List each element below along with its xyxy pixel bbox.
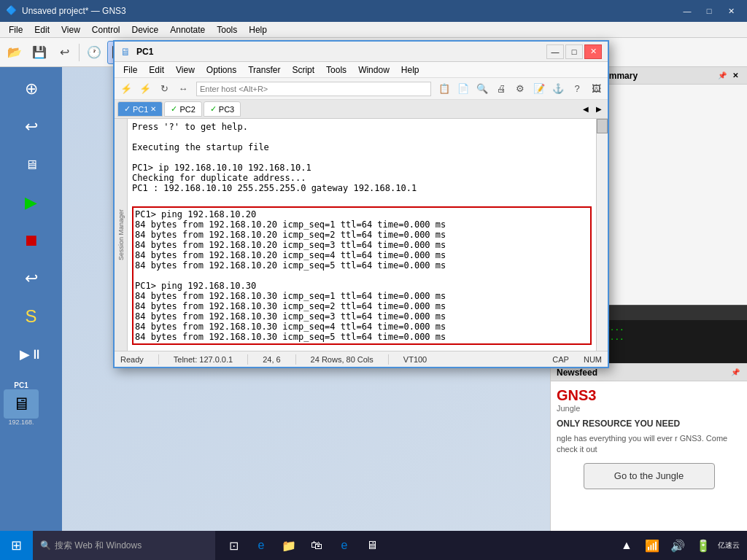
t-tool-image2[interactable]: 🖼	[587, 80, 605, 98]
menu-tools[interactable]: Tools	[211, 23, 243, 36]
tray-battery[interactable]: 🔋	[692, 534, 714, 556]
pc2-tab-label: PC2	[179, 105, 195, 114]
terminal-scrollbar[interactable]	[596, 119, 608, 351]
terminal-menu-view[interactable]: View	[170, 63, 201, 77]
minimize-button[interactable]: —	[677, 4, 697, 18]
session-tab-pc1[interactable]: ✓ PC1 ✕	[117, 101, 163, 117]
t-tool-connect[interactable]: ↔	[174, 80, 192, 98]
newsfeed-content: GNS3 Jungle ONLY RESOURCE YOU NEED ngle …	[551, 381, 747, 531]
sidebar-link[interactable]: ↩	[9, 260, 53, 297]
t-tool-search[interactable]: 🔍	[473, 80, 491, 98]
maximize-button[interactable]: □	[699, 4, 719, 18]
jungle-button[interactable]: Go to the Jungle	[584, 463, 715, 489]
terminal-menu-file[interactable]: File	[117, 63, 143, 77]
tool-undo[interactable]: ↩	[53, 41, 76, 64]
session-tab-pc2[interactable]: ✓ PC2	[164, 101, 201, 117]
terminal-menu-script[interactable]: Script	[286, 63, 320, 77]
t-tool-print[interactable]: 🖨	[492, 80, 510, 98]
t-tool-settings[interactable]: ⚙	[511, 80, 529, 98]
taskbar-edge[interactable]: e	[250, 534, 272, 556]
menu-view[interactable]: View	[55, 23, 86, 36]
terminal-window-controls: — □ ✕	[546, 44, 602, 59]
taskbar-gns3[interactable]: 🖥	[361, 534, 383, 556]
pc1-sidebar-item[interactable]: PC1 🖥 192.168.	[4, 381, 39, 426]
pc3-check-icon: ✓	[210, 104, 217, 114]
close-button[interactable]: ✕	[721, 4, 741, 18]
session-tab-pc3[interactable]: ✓ PC3	[204, 101, 241, 117]
sidebar-snake[interactable]: S	[9, 298, 53, 335]
status-sep1	[158, 354, 159, 365]
terminal-menu: File Edit View Options Transfer Script T…	[115, 62, 608, 78]
tab-nav-next[interactable]: ▶	[593, 104, 605, 115]
ping1-line2: 84 bytes from 192.168.10.20 icmp_seq=2 t…	[135, 230, 589, 240]
terminal-minimize[interactable]: —	[546, 44, 564, 59]
t-tool-log[interactable]: 📝	[530, 80, 548, 98]
back-icon: ↩	[25, 117, 38, 136]
menu-control[interactable]: Control	[86, 23, 126, 36]
menu-file[interactable]: File	[3, 23, 28, 36]
sidebar-expand[interactable]: ▶⏸	[9, 336, 53, 373]
ping2-line5: 84 bytes from 192.168.10.30 icmp_seq=5 t…	[135, 332, 589, 342]
terminal-address-bar[interactable]	[196, 82, 431, 96]
terminal-body: Session Manager Press '?' to get help. E…	[115, 119, 608, 351]
sidebar-select[interactable]: ⊕	[9, 71, 53, 107]
newsfeed-pin[interactable]: 📌	[729, 367, 741, 378]
t-tool-flash[interactable]: ⚡	[136, 80, 154, 98]
sidebar-play[interactable]: ▶	[9, 184, 53, 221]
taskbar-explorer[interactable]: 📁	[278, 534, 300, 556]
t-tool-paste[interactable]: 📄	[454, 80, 472, 98]
tray-up-arrow[interactable]: ▲	[616, 534, 638, 556]
sidebar-back[interactable]: ↩	[9, 109, 53, 145]
terminal-maximize[interactable]: □	[565, 44, 583, 59]
link-icon: ↩	[25, 269, 38, 288]
taskbar-task-view[interactable]: ⊡	[222, 534, 244, 556]
topology-close[interactable]: ✕	[729, 70, 741, 82]
terminal-menu-tools[interactable]: Tools	[320, 63, 352, 77]
status-dims: 24 Rows, 80 Cols	[311, 355, 374, 364]
terminal-content[interactable]: Press '?' to get help. Executing the sta…	[128, 119, 596, 351]
t-tool-anchor[interactable]: ⚓	[549, 80, 567, 98]
status-ready: Ready	[120, 355, 144, 364]
taskbar-store[interactable]: 🛍	[306, 534, 328, 556]
tab-nav-prev[interactable]: ◀	[580, 104, 592, 115]
menu-help[interactable]: Help	[243, 23, 273, 36]
terminal-menu-transfer[interactable]: Transfer	[242, 63, 286, 77]
sidebar-device[interactable]: 🖥	[9, 147, 53, 183]
terminal-title-bar: 🖥 PC1 — □ ✕	[115, 42, 608, 62]
terminal-close[interactable]: ✕	[584, 44, 602, 59]
tray-yisu[interactable]: 亿速云	[718, 534, 740, 556]
t-tool-help[interactable]: ?	[568, 80, 586, 98]
t-tool-1[interactable]: ⚡	[117, 80, 135, 98]
menu-annotate[interactable]: Annotate	[164, 23, 211, 36]
taskbar-search[interactable]: 🔍 搜索 Web 和 Windows	[33, 531, 215, 560]
t-tool-refresh[interactable]: ↻	[155, 80, 173, 98]
newsfeed-title-text: Newsfeed	[557, 368, 597, 378]
pc1-tab-close[interactable]: ✕	[150, 105, 156, 113]
taskbar-edge2[interactable]: e	[333, 534, 355, 556]
status-cursor: 24, 6	[263, 355, 280, 364]
terminal-menu-options[interactable]: Options	[201, 63, 242, 77]
start-button[interactable]: ⊞	[0, 531, 33, 560]
session-manager-text: Session Manager	[117, 209, 125, 260]
tool-clock[interactable]: 🕐	[82, 41, 106, 64]
menu-edit[interactable]: Edit	[28, 23, 55, 36]
tray-network[interactable]: 📶	[641, 534, 663, 556]
tool-save[interactable]: 💾	[28, 41, 51, 64]
terminal-line-ip-cmd: PC1> ip 192.168.10.10 192.168.10.1	[132, 163, 592, 173]
terminal-menu-help[interactable]: Help	[395, 63, 425, 77]
taskbar-right: ▲ 📶 🔊 🔋 亿速云	[608, 534, 747, 556]
t-tool-copy[interactable]: 📋	[436, 80, 453, 98]
scrollbar-thumb[interactable]	[597, 119, 608, 133]
terminal-line-help: Press '?' to get help.	[132, 122, 592, 132]
topology-pin[interactable]: 📌	[716, 70, 728, 82]
terminal-menu-edit[interactable]: Edit	[143, 63, 170, 77]
snake-icon: S	[25, 306, 36, 327]
ping1-cmd: PC1> ping 192.168.10.20	[135, 209, 589, 219]
terminal-menu-window[interactable]: Window	[352, 63, 395, 77]
sidebar-forward[interactable]: ⏹	[9, 222, 53, 259]
menu-device[interactable]: Device	[126, 23, 165, 36]
tray-volume[interactable]: 🔊	[667, 534, 689, 556]
tool-open[interactable]: 📂	[3, 41, 26, 64]
newsfeed-heading: ONLY RESOURCE YOU NEED	[557, 419, 741, 429]
play-icon: ▶	[25, 193, 37, 212]
